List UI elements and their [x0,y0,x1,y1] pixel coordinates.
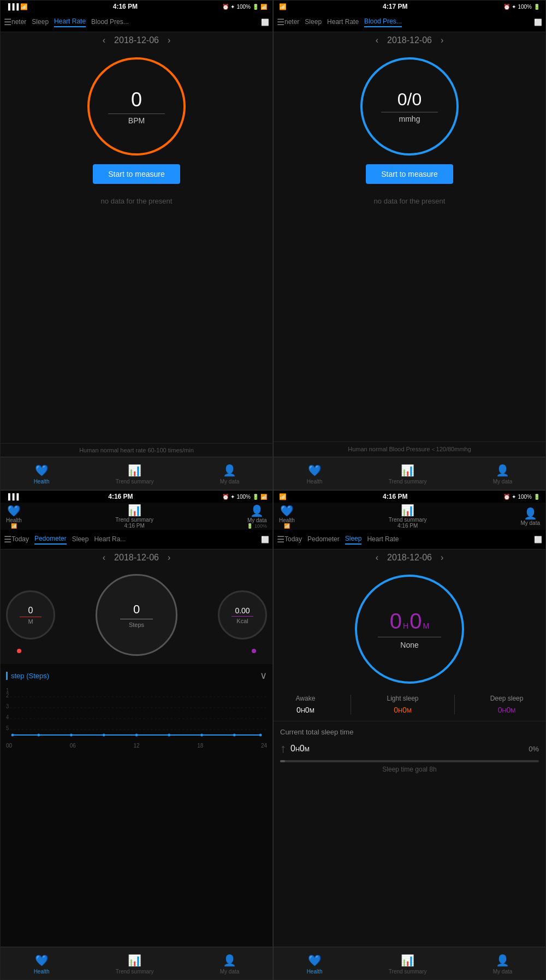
next-date-4[interactable]: › [441,553,443,563]
health-header-item-4[interactable]: 💙 Health 📶 [279,504,295,529]
mydata-header-item-3[interactable]: 👤 My data 🔋 100% [247,504,267,529]
external-icon-3[interactable]: ⬜ [261,536,269,543]
sleep-gauge: 0 H 0 M None [355,575,464,684]
panel-pedometer: ▐▐▐ 4:16 PM ⏰ ✦ 100% 🔋 📶 💙 Health 📶 📊 Tr… [0,490,273,980]
tab-pedometer-4[interactable]: Pedometer [307,535,340,544]
menu-icon-2[interactable]: ☰ [277,17,284,27]
status-time-1: 4:16 PM [113,3,138,10]
nav-health-2[interactable]: 💙 Health [307,464,323,485]
tab-bloodpres-1[interactable]: Blood Pres... [91,18,129,27]
tab-bar-1: ☰ neter Sleep Heart Rate Blood Pres... ⬜ [1,13,272,32]
menu-icon-4[interactable]: ☰ [277,534,284,545]
mydata-nav-label-4: My data [493,969,513,975]
nav-mydata-1[interactable]: 👤 My data [220,464,240,485]
bottom-nav-3: 💙 Health 📊 Trend summary 👤 My data [1,947,272,979]
trend-header-label-4: Trend summary [389,517,427,523]
external-icon-1[interactable]: ⬜ [261,19,269,26]
external-icon-2[interactable]: ⬜ [534,19,542,26]
svg-text:3: 3 [6,703,9,709]
nav-health-3[interactable]: 💙 Health [34,954,50,975]
trend-nav-label-1: Trend summary [116,479,154,485]
start-measure-btn-1[interactable]: Start to measure [93,164,180,184]
tab-today-4[interactable]: Today [284,535,302,544]
wifi-icon-2: 📶 [279,3,287,10]
tab-bar-3: ☰ Today Pedometer Sleep Heart Ra... ⬜ [1,530,272,549]
nav-trend-3[interactable]: 📊 Trend summary [116,954,154,975]
light-sleep-type: Light sleep 0H0M [387,695,419,714]
trend-nav-icon-2: 📊 [401,464,414,477]
mydata-nav-icon-4: 👤 [496,954,509,967]
nav-mydata-2[interactable]: 👤 My data [493,464,513,485]
external-icon-4[interactable]: ⬜ [534,536,542,543]
signal2-icon-1: 📶 [260,4,267,10]
prev-date-1[interactable]: ‹ [103,35,105,45]
next-date-1[interactable]: › [168,35,170,45]
nav-trend-4[interactable]: 📊 Trend summary [389,954,427,975]
sleep-up-arrow: ↑ [280,742,286,756]
tab-today-3[interactable]: Today [11,535,29,544]
trend-header-item-4[interactable]: 📊 Trend summary 4:16 PM [389,504,427,529]
trend-header-item-3[interactable]: 📊 Trend summary 4:16 PM [115,504,153,529]
tab-pedometer-3[interactable]: Pedometer [34,535,67,545]
prev-date-4[interactable]: ‹ [376,553,378,563]
nav-trend-2[interactable]: 📊 Trend summary [389,464,427,485]
trend-header-time-4: 4:16 PM [397,523,418,529]
battery-label-1: 100% [236,4,251,10]
health-nav-label-1: Health [34,479,50,485]
tab-heartrate-2[interactable]: Heart Rate [327,18,359,27]
tab-pedometer-1[interactable]: neter [11,18,26,27]
tab-heartrate-3[interactable]: Heart Ra... [94,535,126,544]
nav-trend-1[interactable]: 📊 Trend summary [116,464,154,485]
app-header-4: 💙 Health 📶 📊 Trend summary 4:16 PM 👤 My … [274,503,545,530]
status-right-4: ⏰ ✦ 100% 🔋 [503,494,540,500]
sleep-div-2 [454,695,455,714]
awake-m: 0 [305,706,310,714]
tab-heartrate-4[interactable]: Heart Rate [367,535,399,544]
next-date-3[interactable]: › [168,553,170,563]
nav-mydata-3[interactable]: 👤 My data [220,954,240,975]
heart-rate-unit: BPM [128,116,145,125]
alarm-icon-4: ⏰ [503,494,510,500]
health-nav-icon-3: 💙 [35,954,49,967]
sleep-total-row: ↑ 0H0M 0% [280,742,539,756]
prev-date-3[interactable]: ‹ [103,553,105,563]
chart-title-3: step (Steps) [6,672,49,680]
nav-mydata-4[interactable]: 👤 My data [493,954,513,975]
trend-header-icon-3: 📊 [128,504,141,517]
app-header-3: 💙 Health 📶 📊 Trend summary 4:16 PM 👤 My … [1,503,272,530]
status-time-4: 4:16 PM [383,493,407,500]
prev-date-2[interactable]: ‹ [376,35,378,45]
health-nav-icon-1: 💙 [35,464,49,477]
health-header-item-3[interactable]: 💙 Health 📶 [6,504,22,529]
tab-sleep-1[interactable]: Sleep [32,18,49,27]
svg-point-14 [168,734,170,737]
tab-heartrate-1[interactable]: Heart Rate [54,17,86,27]
distance-circle: 0 M [6,590,55,640]
tab-pedometer-2[interactable]: neter [284,18,299,27]
health-nav-label-2: Health [307,479,323,485]
svg-point-13 [135,734,138,737]
normal-range-2: Human normal Blood Pressure＜120/80mmhg [274,441,545,457]
bt-icon-3: ✦ [230,494,235,500]
batt-sub-3: 🔋 100% [247,523,267,529]
health-nav-icon-2: 💙 [308,464,322,477]
menu-icon-3[interactable]: ☰ [4,534,11,545]
tab-sleep-2[interactable]: Sleep [305,18,322,27]
next-date-2[interactable]: › [441,35,443,45]
tab-sleep-4[interactable]: Sleep [345,535,362,545]
health-header-label-4: Health [279,517,295,523]
trend-header-icon-4: 📊 [401,504,414,517]
mydata-header-label-4: My data [520,520,540,526]
tab-sleep-3[interactable]: Sleep [72,535,89,544]
trend-header-time-3: 4:16 PM [124,523,145,529]
menu-icon-1[interactable]: ☰ [4,17,11,27]
mydata-header-item-4[interactable]: 👤 My data [520,507,540,526]
svg-text:1: 1 [6,688,9,694]
tab-bar-2: ☰ neter Sleep Heart Rate Blood Pres... ⬜ [274,13,545,32]
heart-rate-value: 0 [131,88,142,111]
start-measure-btn-2[interactable]: Start to measure [366,164,453,184]
nav-health-1[interactable]: 💙 Health [34,464,50,485]
tab-bloodpres-2[interactable]: Blood Pres... [364,17,402,27]
nav-health-4[interactable]: 💙 Health [307,954,323,975]
chart-toggle-3[interactable]: ∨ [260,670,267,682]
